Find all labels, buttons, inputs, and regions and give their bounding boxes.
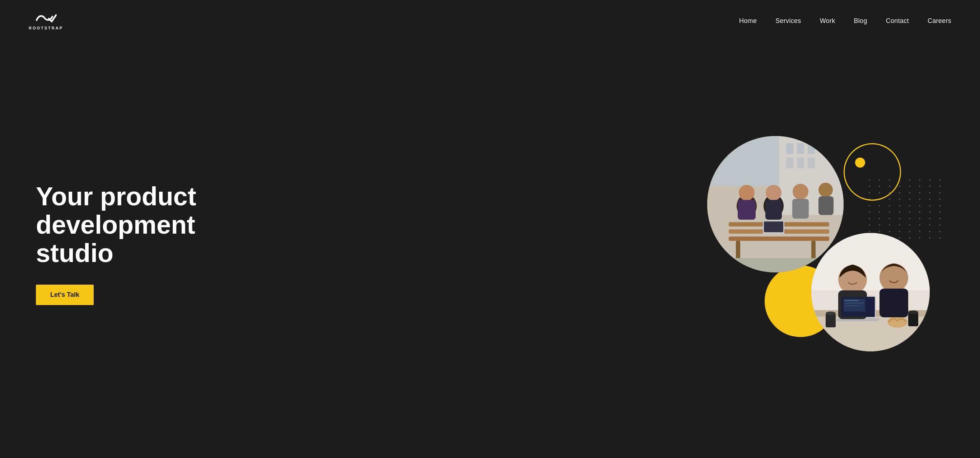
svg-rect-37: [908, 313, 918, 326]
svg-point-35: [826, 312, 836, 315]
svg-rect-7: [808, 157, 815, 169]
page-wrapper: ROOTSTRAP Home Services Work Blog Contac…: [0, 0, 980, 458]
svg-point-38: [908, 310, 918, 314]
nav-links: Home Services Work Blog Contact Careers: [739, 17, 951, 25]
yellow-dot-accent: [855, 157, 865, 168]
svg-rect-45: [844, 300, 859, 301]
nav-link-blog[interactable]: Blog: [854, 17, 867, 24]
svg-rect-2: [786, 143, 793, 154]
svg-point-22: [792, 184, 808, 200]
svg-point-41: [880, 264, 908, 292]
svg-point-15: [739, 185, 754, 200]
svg-point-24: [818, 183, 833, 197]
svg-rect-42: [880, 289, 908, 317]
hero-title: Your product development studio: [36, 182, 223, 268]
yellow-circle-outline: [843, 143, 901, 200]
svg-rect-8: [707, 136, 779, 186]
nav-item-home[interactable]: Home: [739, 17, 757, 25]
svg-rect-47: [844, 305, 861, 306]
hero-content: Your product development studio Let's Ta…: [36, 182, 223, 305]
hero-section: Your product development studio Let's Ta…: [0, 41, 980, 453]
nav-link-work[interactable]: Work: [820, 17, 835, 24]
svg-rect-46: [844, 302, 864, 304]
nav-item-work[interactable]: Work: [820, 17, 835, 25]
svg-point-18: [766, 185, 781, 200]
svg-rect-28: [811, 233, 930, 290]
svg-rect-25: [818, 196, 834, 215]
svg-rect-6: [797, 157, 804, 169]
navbar: ROOTSTRAP Home Services Work Blog Contac…: [0, 0, 980, 41]
nav-item-contact[interactable]: Contact: [886, 17, 909, 25]
logo-text: ROOTSTRAP: [29, 26, 63, 30]
hero-visual: // Generate dots document.currentScript.…: [707, 136, 930, 351]
svg-rect-34: [826, 314, 836, 328]
nav-link-careers[interactable]: Careers: [928, 17, 951, 24]
svg-rect-5: [786, 157, 793, 169]
logo[interactable]: ROOTSTRAP: [29, 11, 63, 30]
svg-rect-16: [738, 200, 756, 219]
nav-item-blog[interactable]: Blog: [854, 17, 867, 25]
svg-point-36: [888, 316, 907, 328]
svg-rect-19: [765, 200, 782, 219]
nav-link-home[interactable]: Home: [739, 17, 757, 24]
circle-bottom-image: [811, 233, 930, 351]
team-indoor-photo: [811, 233, 930, 351]
nav-item-services[interactable]: Services: [775, 17, 801, 25]
svg-rect-3: [797, 143, 804, 154]
svg-rect-21: [764, 221, 783, 232]
svg-rect-23: [792, 199, 809, 219]
nav-item-careers[interactable]: Careers: [928, 17, 951, 25]
logo-icon: [35, 11, 57, 24]
nav-link-services[interactable]: Services: [775, 17, 801, 24]
svg-rect-4: [808, 143, 815, 154]
cta-button[interactable]: Let's Talk: [36, 285, 94, 305]
nav-link-contact[interactable]: Contact: [886, 17, 909, 24]
